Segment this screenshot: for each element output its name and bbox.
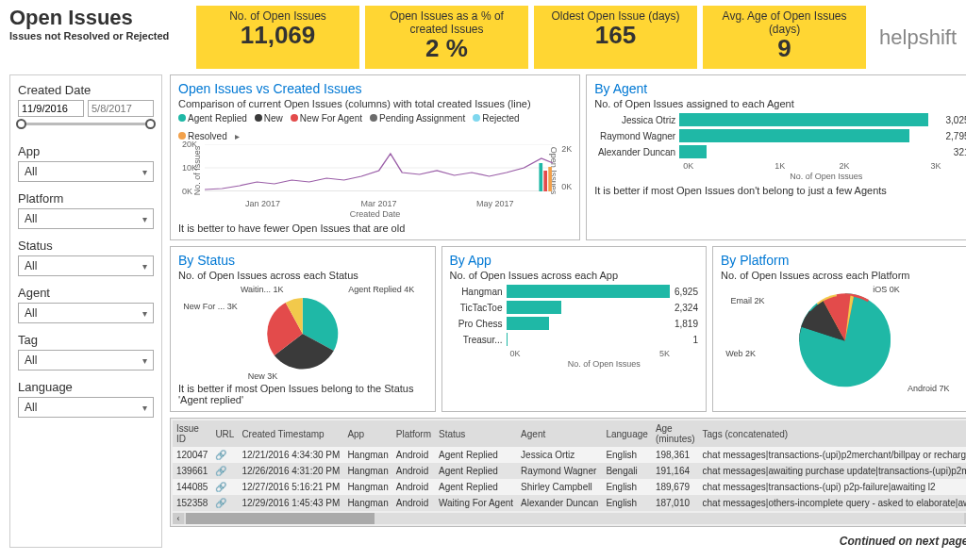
filter-dropdown[interactable]: All ▾ bbox=[18, 350, 154, 371]
table-cell: Android bbox=[392, 495, 435, 511]
filter-value: All bbox=[25, 354, 37, 367]
chevron-down-icon: ▾ bbox=[142, 308, 147, 319]
legend-scroll-icon[interactable]: ▸ bbox=[235, 131, 240, 141]
legend-item[interactable]: Rejected bbox=[473, 113, 519, 124]
bar-label: Jessica Otriz bbox=[594, 115, 679, 125]
filter-dropdown[interactable]: All ▾ bbox=[18, 161, 154, 182]
table-cell: 12/27/2016 5:16:21 PM bbox=[238, 479, 343, 495]
link-icon[interactable]: 🔗 bbox=[215, 482, 226, 492]
table-header[interactable]: Issue ID bbox=[173, 420, 211, 447]
table-header[interactable]: Created Timestamp bbox=[238, 420, 343, 447]
table-cell: 191,164 bbox=[652, 463, 699, 479]
kpi-card: No. of Open Issues 11,069 bbox=[196, 6, 359, 69]
kpi-card: Open Issues as a % of created Issues 2 % bbox=[365, 6, 528, 69]
bar-label: Pro Chess bbox=[450, 319, 507, 329]
kpi-value: 165 bbox=[540, 21, 691, 50]
link-icon[interactable]: 🔗 bbox=[215, 466, 226, 476]
filter-label: Status bbox=[18, 239, 154, 253]
table-header[interactable]: Status bbox=[435, 420, 517, 447]
kpi-value: 11,069 bbox=[202, 21, 354, 50]
filter-label-created-date: Created Date bbox=[18, 83, 154, 97]
status-pie-chart[interactable]: Waitin... 1K Agent Replied 4K New For ..… bbox=[178, 285, 427, 379]
brand-logo: helpshift bbox=[874, 25, 957, 50]
table-cell: 198,361 bbox=[652, 447, 699, 463]
table-cell: 189,679 bbox=[652, 479, 699, 495]
table-header[interactable]: Age (minutes) bbox=[652, 420, 699, 447]
bar-label: TicTacToe bbox=[450, 303, 507, 313]
filter-dropdown[interactable]: All ▾ bbox=[18, 255, 154, 276]
date-slider[interactable] bbox=[18, 123, 154, 125]
table-row[interactable]: 144085🔗12/27/2016 5:16:21 PMHangmanAndro… bbox=[173, 479, 966, 495]
table-cell: Agent Replied bbox=[435, 479, 517, 495]
table-cell: Raymond Wagner bbox=[517, 463, 602, 479]
date-from-input[interactable] bbox=[18, 100, 84, 117]
card-title: By Agent bbox=[594, 81, 966, 96]
kpi-value: 9 bbox=[708, 34, 860, 63]
table-cell: 144085 bbox=[173, 479, 211, 495]
bar-value: 1,819 bbox=[672, 319, 698, 329]
chevron-down-icon: ▾ bbox=[142, 355, 147, 366]
table-header[interactable]: App bbox=[343, 420, 391, 447]
bar-label: Treasur... bbox=[450, 335, 507, 345]
line-chart[interactable] bbox=[205, 144, 553, 191]
table-cell: 152358 bbox=[173, 495, 211, 511]
table-row[interactable]: 139661🔗12/26/2016 4:31:20 PMHangmanAndro… bbox=[173, 463, 966, 479]
table-cell: Shirley Campbell bbox=[517, 479, 602, 495]
url-link[interactable]: 🔗 bbox=[211, 447, 238, 463]
filter-dropdown[interactable]: All ▾ bbox=[18, 208, 154, 229]
bar-value: 2,795 bbox=[942, 131, 966, 141]
date-to-input[interactable] bbox=[88, 100, 154, 117]
issues-table[interactable]: Issue IDURLCreated TimestampAppPlatformS… bbox=[170, 418, 966, 527]
filter-label: Agent bbox=[18, 286, 154, 300]
filter-dropdown[interactable]: All ▾ bbox=[18, 303, 154, 323]
legend-item[interactable]: New bbox=[255, 113, 283, 124]
table-cell: Android bbox=[392, 447, 435, 463]
legend-item[interactable]: Pending Assignment bbox=[370, 113, 465, 124]
url-link[interactable]: 🔗 bbox=[211, 495, 238, 511]
table-header[interactable]: Platform bbox=[392, 420, 435, 447]
platform-pie-chart[interactable]: iOS 0K Email 2K Web 2K Android 7K bbox=[721, 285, 966, 393]
card-subtitle: No. of Open Issues assigned to each Agen… bbox=[594, 98, 966, 109]
card-title: By Status bbox=[178, 253, 427, 268]
table-header[interactable]: URL bbox=[211, 420, 238, 447]
filter-dropdown[interactable]: All ▾ bbox=[18, 397, 154, 418]
app-bar-chart[interactable]: Hangman 6,925 TicTacToe 2,324 Pro Chess … bbox=[450, 285, 699, 346]
filters-panel: Created Date App All ▾ Platform All ▾ S bbox=[9, 74, 162, 548]
bar-row[interactable]: Raymond Wagner 2,795 bbox=[594, 129, 966, 142]
legend-item[interactable]: New For Agent bbox=[291, 113, 362, 124]
filter-value: All bbox=[25, 165, 37, 178]
bar-row[interactable]: Hangman 6,925 bbox=[450, 285, 699, 298]
table-cell: chat messages|transactions-(upi)p2mercha… bbox=[699, 447, 966, 463]
link-icon[interactable]: 🔗 bbox=[215, 450, 226, 460]
legend-item[interactable]: Agent Replied bbox=[178, 113, 247, 124]
card-subtitle: No. of Open Issues across each App bbox=[450, 270, 699, 281]
bar-row[interactable]: Jessica Otriz 3,025 bbox=[594, 113, 966, 126]
horizontal-scrollbar[interactable]: ‹ › bbox=[173, 513, 966, 524]
scroll-left-icon[interactable]: ‹ bbox=[173, 513, 184, 524]
bar-label: Hangman bbox=[450, 287, 507, 297]
table-cell: Waiting For Agent bbox=[435, 495, 517, 511]
bar-row[interactable]: TicTacToe 2,324 bbox=[450, 301, 699, 314]
table-header[interactable]: Tags (concatenated) bbox=[699, 420, 966, 447]
bar-label: Alexander Duncan bbox=[594, 147, 679, 157]
page-title: Open Issues bbox=[9, 6, 189, 30]
bar-row[interactable]: Treasur... 1 bbox=[450, 333, 699, 346]
card-open-vs-created: Open Issues vs Created Issues Comparison… bbox=[170, 74, 580, 240]
table-header[interactable]: Language bbox=[602, 420, 652, 447]
svg-rect-3 bbox=[539, 163, 542, 191]
agent-bar-chart[interactable]: Jessica Otriz 3,025 Raymond Wagner 2,795… bbox=[594, 113, 966, 158]
x-axis-label: Created Date bbox=[178, 209, 572, 219]
url-link[interactable]: 🔗 bbox=[211, 463, 238, 479]
link-icon[interactable]: 🔗 bbox=[215, 498, 226, 508]
table-header[interactable]: Agent bbox=[517, 420, 602, 447]
table-row[interactable]: 152358🔗12/29/2016 1:45:43 PMHangmanAndro… bbox=[173, 495, 966, 511]
kpi-value: 2 % bbox=[371, 34, 523, 63]
table-row[interactable]: 120047🔗12/21/2016 4:34:30 PMHangmanAndro… bbox=[173, 447, 966, 463]
bar-row[interactable]: Alexander Duncan 321 bbox=[594, 145, 966, 158]
bar-row[interactable]: Pro Chess 1,819 bbox=[450, 317, 699, 330]
url-link[interactable]: 🔗 bbox=[211, 479, 238, 495]
bar-value: 2,324 bbox=[672, 303, 698, 313]
card-footer: It is better if most Open Issues don't b… bbox=[594, 185, 966, 196]
page-subtitle: Issues not Resolved or Rejected bbox=[9, 30, 189, 41]
table-cell: Bengali bbox=[602, 463, 652, 479]
